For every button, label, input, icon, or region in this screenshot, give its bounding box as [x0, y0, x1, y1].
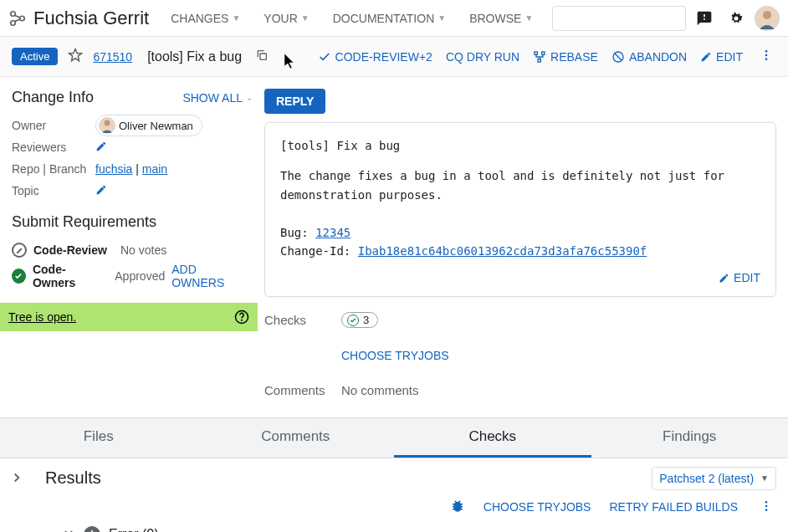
submit-req-code-owners: Code-Owners Approved ADD OWNERS	[12, 263, 253, 289]
pending-icon	[12, 243, 27, 258]
change-header: Active 671510 [tools] Fix a bug CODE-REV…	[0, 37, 788, 77]
chevron-down-icon: ▼	[301, 13, 310, 23]
commit-bug-line: Bug: 12345	[280, 223, 760, 242]
chevron-down-icon: ▼	[437, 13, 446, 23]
collapse-results-icon[interactable]	[9, 470, 24, 532]
checks-label: Checks	[264, 313, 325, 327]
commit-subject: [tools] Fix a bug	[280, 136, 760, 155]
brand-text: Fuchsia Gerrit	[33, 8, 149, 29]
tab-files[interactable]: Files	[0, 418, 197, 458]
svg-rect-8	[260, 54, 266, 59]
results-more-menu-icon[interactable]	[756, 499, 776, 515]
copy-icon[interactable]	[255, 49, 269, 64]
branch-link[interactable]: main	[142, 162, 167, 176]
chevron-down-icon: ▼	[524, 13, 533, 23]
owner-label: Owner	[12, 119, 95, 132]
reply-button[interactable]: REPLY	[264, 89, 325, 114]
chevron-down-icon: ▼	[232, 13, 240, 23]
submit-requirements-title: Submit Requirements	[12, 213, 253, 231]
choose-tryjobs-link[interactable]: CHOOSE TRYJOBS	[341, 349, 449, 362]
owner-chip[interactable]: Oliver Newman	[95, 115, 202, 136]
svg-point-2	[20, 16, 25, 21]
pencil-icon	[700, 51, 712, 63]
change-info-title: Change Info	[12, 89, 94, 106]
owner-avatar-icon	[99, 117, 115, 134]
svg-point-13	[765, 50, 768, 53]
tab-findings[interactable]: Findings	[591, 418, 789, 458]
chevron-down-icon: ▼	[760, 473, 769, 483]
add-owners-button[interactable]: ADD OWNERS	[171, 263, 253, 289]
chevron-down-icon[interactable]	[62, 526, 75, 532]
settings-icon[interactable]	[723, 5, 750, 32]
svg-point-20	[765, 501, 768, 504]
nav-documentation[interactable]: DOCUMENTATION ▼	[325, 7, 455, 30]
results-error-group[interactable]: ! Error (0)	[45, 516, 776, 532]
check-icon	[318, 50, 331, 64]
edit-message-button[interactable]: EDIT	[719, 269, 760, 287]
svg-point-22	[765, 509, 768, 511]
help-icon[interactable]	[234, 309, 249, 325]
show-all-button[interactable]: SHOW ALL ⌄	[182, 91, 253, 105]
edit-reviewers-button[interactable]	[95, 141, 253, 155]
repo-branch-label: Repo | Branch	[12, 162, 95, 176]
svg-point-19	[242, 320, 243, 320]
pencil-icon	[719, 273, 729, 284]
status-badge: Active	[12, 48, 58, 65]
svg-point-17	[105, 120, 110, 126]
rebase-icon	[533, 50, 546, 64]
change-title: [tools] Fix a bug	[147, 49, 242, 64]
choose-tryjobs-button[interactable]: CHOOSE TRYJOBS	[484, 500, 591, 514]
reviewers-label: Reviewers	[12, 141, 95, 154]
svg-rect-11	[538, 59, 540, 61]
tab-comments[interactable]: Comments	[197, 418, 395, 458]
topic-label: Topic	[12, 184, 95, 197]
change-number-link[interactable]: 671510	[93, 50, 132, 64]
checks-chip[interactable]: 3	[341, 312, 378, 328]
changeid-link[interactable]: Ibab18e81c64bc06013962cda73d3afa76c55390…	[358, 244, 647, 258]
search-box[interactable]	[552, 6, 686, 31]
check-circle-icon	[12, 269, 26, 284]
svg-point-14	[765, 54, 768, 57]
svg-rect-9	[535, 52, 537, 54]
nav-changes[interactable]: CHANGES ▼	[162, 7, 248, 30]
gerrit-logo-icon	[8, 9, 27, 28]
cq-dry-run-action[interactable]: CQ DRY RUN	[446, 50, 519, 64]
comments-value: No comments	[341, 383, 419, 397]
bug-icon[interactable]	[450, 499, 465, 516]
results-title: Results	[45, 468, 101, 488]
rebase-action[interactable]: REBASE	[533, 50, 598, 64]
tab-checks[interactable]: Checks	[394, 418, 591, 458]
more-menu-icon[interactable]	[756, 49, 776, 64]
retry-failed-builds-button[interactable]: RETRY FAILED BUILDS	[609, 500, 738, 514]
commit-message-card: [tools] Fix a bug The change fixes a bug…	[264, 122, 776, 297]
svg-point-21	[765, 504, 768, 507]
commit-body: The change fixes a bug in a tool and is …	[280, 166, 760, 204]
edit-action[interactable]: EDIT	[700, 50, 743, 64]
search-input[interactable]	[565, 12, 711, 25]
code-review-action[interactable]: CODE-REVIEW+2	[318, 50, 432, 64]
abandon-action[interactable]: ABANDON	[611, 50, 687, 64]
results-error-label: Error (0)	[109, 527, 159, 532]
pencil-icon	[95, 141, 107, 152]
tree-status-link[interactable]: Tree is open.	[8, 310, 76, 324]
top-nav: Fuchsia Gerrit CHANGES ▼ YOUR ▼ DOCUMENT…	[0, 0, 788, 37]
feedback-icon[interactable]	[691, 5, 718, 32]
patchset-dropdown[interactable]: Patchset 2 (latest) ▼	[652, 467, 776, 490]
nav-browse[interactable]: BROWSE ▼	[461, 7, 541, 30]
submit-req-code-review: Code-Review No votes	[12, 238, 253, 263]
check-circle-icon	[347, 315, 359, 326]
svg-point-7	[763, 11, 771, 19]
star-icon[interactable]	[68, 48, 83, 65]
brand[interactable]: Fuchsia Gerrit	[8, 8, 149, 29]
svg-rect-10	[542, 52, 545, 54]
edit-topic-button[interactable]	[95, 184, 253, 198]
repo-link[interactable]: fuchsia	[95, 162, 132, 176]
abandon-icon	[611, 50, 625, 64]
user-avatar[interactable]	[755, 6, 780, 31]
bug-link[interactable]: 12345	[315, 226, 351, 239]
tabs: Files Comments Checks Findings	[0, 417, 788, 458]
pencil-icon	[95, 184, 107, 196]
nav-your[interactable]: YOUR ▼	[255, 7, 317, 30]
tree-status-banner: Tree is open.	[0, 303, 258, 331]
comments-label: Comments	[264, 383, 325, 397]
